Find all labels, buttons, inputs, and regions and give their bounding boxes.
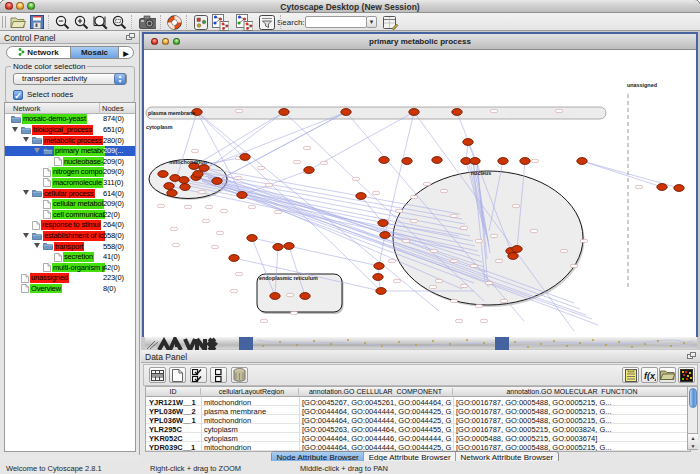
zoom-fit-icon[interactable] [92,14,109,30]
column-header[interactable]: ID [146,388,201,395]
background-window-fragment [553,340,555,342]
network-canvas[interactable]: plasma membranecytoplasmmitochondrionnuc… [144,51,695,336]
graph-node [304,167,314,174]
delete-attribute-icon[interactable] [231,367,248,383]
tree-row[interactable]: response to stimul264(0) [5,220,135,231]
column-header[interactable]: annotation.GO CELLULAR_COMPONENT [299,388,453,395]
create-attribute-icon[interactable] [169,367,186,383]
table-row[interactable]: YKR052Ccytoplasm[GO:0044464, GO:0044446,… [146,433,690,442]
expand-arrow-icon[interactable] [23,190,29,195]
expand-arrow-icon[interactable] [23,137,29,142]
node-color-combo[interactable]: transporter activity ▲▼ [13,73,127,85]
tree-row[interactable]: mosaic-demo-yeast874(0) [5,114,135,125]
network-view-window[interactable]: primary metabolic process plasma membran… [142,32,698,337]
status-bar: Welcome to Cytoscape 2.8.1 Right-click +… [0,461,700,474]
save-session-icon[interactable] [28,14,45,30]
matrix-view-icon[interactable] [678,367,695,383]
node-label [261,319,268,322]
tab-network[interactable]: Network [7,47,70,58]
tree-row[interactable]: secretion41(0) [5,252,135,263]
table-row[interactable]: YLR295Ccytoplasm[GO:0045263, GO:0044464,… [146,424,690,433]
create-network-from-selection-icon[interactable] [212,14,229,30]
node-label [173,243,180,246]
tab-overflow-arrow[interactable]: ▶ [119,47,133,58]
tree-row-label: secretion [63,252,94,262]
import-attributes-icon[interactable] [659,367,676,383]
toolbar-grip[interactable] [2,16,6,28]
tree-row[interactable]: nitrogen compo209(0) [5,167,135,178]
select-nodes-checkbox[interactable]: ✓ [13,90,23,100]
tab-mosaic[interactable]: Mosaic [70,47,119,58]
attribute-mapper-icon[interactable] [192,14,209,30]
node-label [231,289,238,292]
tree-row[interactable]: primary metabo209(... [5,146,135,157]
scrollbar-thumb[interactable] [689,388,697,408]
zoom-in-icon[interactable] [73,14,90,30]
attribute-batch-editor-icon[interactable] [622,367,639,383]
table-scrollbar[interactable]: ▲▼ [687,386,698,450]
tree-row[interactable]: Overview8(0) [5,284,135,295]
tree-row[interactable]: transport558(0) [5,241,135,252]
tree-row[interactable]: cell communicat22(0) [5,209,135,220]
tree-row-label: multi-organism pro [52,263,105,273]
search-dropdown-button[interactable]: ▼ [366,16,377,28]
tree-row[interactable]: metabolic process280(0) [5,135,135,146]
expand-arrow-icon[interactable] [12,127,18,132]
configure-search-icon[interactable] [382,14,399,30]
tree-row-label: cellular metabol [52,199,104,209]
function-builder-icon[interactable]: f(x) [641,367,658,383]
network-view-titlebar[interactable]: primary metabolic process [144,34,696,50]
table-cell: YDR039C__1 [149,443,200,452]
column-header[interactable]: _cellularLayoutRegion [201,388,299,395]
tree-row[interactable]: biological_process651(0) [5,125,135,136]
tree-row[interactable]: nucleobase-209(0) [5,156,135,167]
select-all-attributes-icon[interactable] [190,367,207,383]
tree-row[interactable]: cellular metabol209(0) [5,199,135,210]
tree-row-label: transport [54,242,84,252]
plasma-membrane-label: plasma membrane [148,110,195,116]
window-titlebar[interactable]: Cytoscape Desktop (New Session) [0,0,700,13]
tree-row-label: macromolecule [52,178,103,188]
expand-arrow-icon[interactable] [23,233,29,238]
background-window-fragment [147,341,158,349]
tree-row[interactable]: macromolecule311(0) [5,178,135,189]
table-row[interactable]: YPL036W__1mitochondrion[GO:0044464, GO:0… [146,415,690,424]
tree-row[interactable]: unassigned223(0) [5,273,135,284]
open-file-icon[interactable] [9,14,26,30]
expand-arrow-icon[interactable] [34,243,40,248]
float-panel-icon[interactable] [126,33,135,41]
tab-network-label: Network [27,48,59,57]
zoom-selected-icon[interactable] [111,14,128,30]
new-network-icon[interactable] [236,14,253,30]
export-image-camera-icon[interactable] [139,14,156,30]
node-label [451,214,458,217]
table-grid-line [201,397,202,451]
tree-row[interactable]: multi-organism pro42(0) [5,262,135,273]
table-row[interactable]: YPL036W__2plasma membrane[GO:0044464, GO… [146,406,690,415]
tree-row[interactable]: establishment of lo558(0) [5,231,135,242]
expand-arrow-icon[interactable] [34,148,40,153]
table-row[interactable]: YDR039C__1mitochondrion[GO:0044464, GO:0… [146,442,690,451]
node-label [206,205,213,208]
tree-row-count: 614(0) [103,189,135,199]
table-row[interactable]: YJR121W__1mitochondrion[GO:0045267, GO:0… [146,397,690,406]
background-window-fragment [670,345,672,347]
zoom-out-icon[interactable] [54,14,71,30]
help-lifering-icon[interactable] [166,14,183,30]
scrollbar-arrows[interactable]: ▲▼ [688,433,698,449]
graph-node [237,192,247,199]
tree-row-label: nucleobase- [63,157,104,167]
unselect-all-attributes-icon[interactable] [210,367,227,383]
annotation-icon[interactable] [258,14,275,30]
tree-row[interactable]: cellular process614(0) [5,188,135,199]
search-input[interactable] [305,16,367,28]
select-nodes-row: ✓ Select nodes [13,89,73,100]
node-label [456,319,463,322]
column-header[interactable]: annotation.GO MOLECULAR_FUNCTION [453,388,692,395]
node-label [171,227,178,230]
background-window-fragment [364,342,366,344]
data-panel-float-icon[interactable] [687,352,696,360]
select-attributes-icon[interactable] [149,367,166,383]
graph-node [380,232,390,239]
node-label [396,209,403,212]
